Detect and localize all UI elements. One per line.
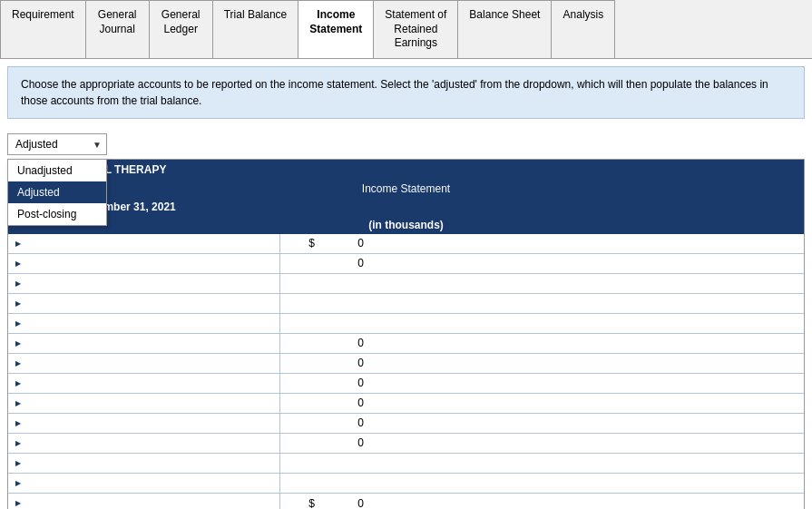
tab-balance-sheet[interactable]: Balance Sheet [458, 0, 552, 58]
value-input-6[interactable] [318, 337, 364, 349]
dropdown-popup: Unadjusted Adjusted Post-closing [7, 159, 107, 226]
table-row [8, 414, 804, 434]
dropdown-item-adjusted[interactable]: Adjusted [8, 181, 106, 203]
row-label-3 [8, 274, 280, 293]
value-input-7[interactable] [318, 357, 364, 369]
row-value-12 [280, 454, 371, 473]
tab-bar: Requirement GeneralJournal GeneralLedger… [0, 0, 812, 59]
row-label-4 [8, 294, 280, 313]
row-label-input-6[interactable] [24, 338, 276, 348]
row-label-input-12[interactable] [24, 457, 276, 468]
row-label-1 [8, 234, 280, 253]
tab-requirement[interactable]: Requirement [0, 0, 86, 58]
row-label-input-1[interactable] [24, 238, 276, 249]
row-value-3 [280, 274, 371, 293]
instruction-box: Choose the appropriate accounts to be re… [7, 66, 805, 119]
row-label-9 [8, 394, 280, 413]
row-label-11 [8, 434, 280, 453]
row-label-2 [8, 254, 280, 273]
row-value-4 [280, 294, 371, 313]
value-input-12[interactable] [318, 456, 364, 469]
value-input-11[interactable] [318, 436, 364, 449]
value-input-3[interactable] [318, 277, 364, 289]
row-value-5 [280, 314, 371, 333]
row-label-input-4[interactable] [24, 298, 276, 308]
tab-trial-balance[interactable]: Trial Balance [213, 0, 299, 58]
row-value-14: $ [280, 494, 371, 509]
table-row [8, 434, 804, 454]
row-label-input-3[interactable] [24, 278, 276, 289]
row-label-12 [8, 454, 280, 473]
dollar-sign-1: $ [308, 237, 315, 250]
statement-title: Income Statement [8, 180, 804, 198]
value-input-14[interactable] [318, 497, 364, 509]
tab-general-journal[interactable]: GeneralJournal [86, 0, 150, 58]
row-label-input-7[interactable] [24, 357, 276, 368]
row-value-10 [280, 414, 371, 433]
adjusted-dropdown[interactable]: Unadjusted Adjusted Post-closing [7, 133, 107, 155]
value-input-1[interactable] [318, 237, 364, 250]
income-statement-table: HLAND PHYSICAL THERAPY Income Statement … [7, 159, 805, 509]
row-label-input-8[interactable] [24, 377, 276, 388]
row-label-8 [8, 374, 280, 393]
table-row [8, 354, 804, 374]
table-row [8, 334, 804, 354]
row-label-input-10[interactable] [24, 417, 276, 428]
row-label-input-11[interactable] [24, 437, 276, 448]
table-row: $ [8, 494, 804, 509]
row-label-7 [8, 354, 280, 373]
value-input-4[interactable] [318, 297, 364, 309]
value-input-2[interactable] [318, 257, 364, 269]
statement-units: (in thousands) [8, 216, 804, 234]
row-value-7 [280, 354, 371, 373]
row-label-5 [8, 314, 280, 333]
value-input-9[interactable] [318, 396, 364, 409]
dropdown-item-unadjusted[interactable]: Unadjusted [8, 160, 106, 181]
table-row [8, 314, 804, 334]
table-row [8, 294, 804, 314]
row-value-1: $ [280, 234, 371, 253]
value-input-10[interactable] [318, 416, 364, 429]
row-label-input-5[interactable] [24, 318, 276, 328]
value-input-5[interactable] [318, 317, 364, 329]
table-row [8, 454, 804, 474]
tab-income-statement[interactable]: IncomeStatement [298, 0, 374, 58]
row-value-11 [280, 434, 371, 453]
tab-general-ledger[interactable]: GeneralLedger [150, 0, 213, 58]
row-label-input-14[interactable] [24, 498, 276, 509]
row-value-2 [280, 254, 371, 273]
row-label-13 [8, 474, 280, 493]
row-value-6 [280, 334, 371, 353]
main-content: HLAND PHYSICAL THERAPY Income Statement … [7, 159, 805, 509]
tab-statement-retained[interactable]: Statement ofRetainedEarnings [374, 0, 458, 58]
row-value-13 [280, 474, 371, 493]
row-value-9 [280, 394, 371, 413]
dropdown-item-postclosing[interactable]: Post-closing [8, 203, 106, 225]
instruction-text: Choose the appropriate accounts to be re… [21, 78, 768, 107]
row-label-10 [8, 414, 280, 433]
row-label-input-2[interactable] [24, 258, 276, 269]
row-label-input-9[interactable] [24, 397, 276, 408]
table-row [8, 394, 804, 414]
table-row: $ [8, 234, 804, 254]
value-input-8[interactable] [318, 377, 364, 389]
table-row [8, 374, 804, 394]
row-label-14 [8, 494, 280, 509]
table-row [8, 474, 804, 494]
company-name: HLAND PHYSICAL THERAPY [8, 160, 804, 180]
row-value-8 [280, 374, 371, 393]
value-input-13[interactable] [318, 476, 364, 489]
dropdown-area: Unadjusted Adjusted Post-closing ▼ Unadj… [7, 133, 107, 155]
data-rows: $ [8, 234, 804, 509]
table-row [8, 274, 804, 294]
row-label-6 [8, 334, 280, 353]
table-row [8, 254, 804, 274]
statement-date: Year Ended December 31, 2021 [8, 198, 804, 216]
tab-analysis[interactable]: Analysis [552, 0, 615, 58]
row-label-input-13[interactable] [24, 477, 276, 488]
dollar-sign-14: $ [308, 497, 315, 509]
